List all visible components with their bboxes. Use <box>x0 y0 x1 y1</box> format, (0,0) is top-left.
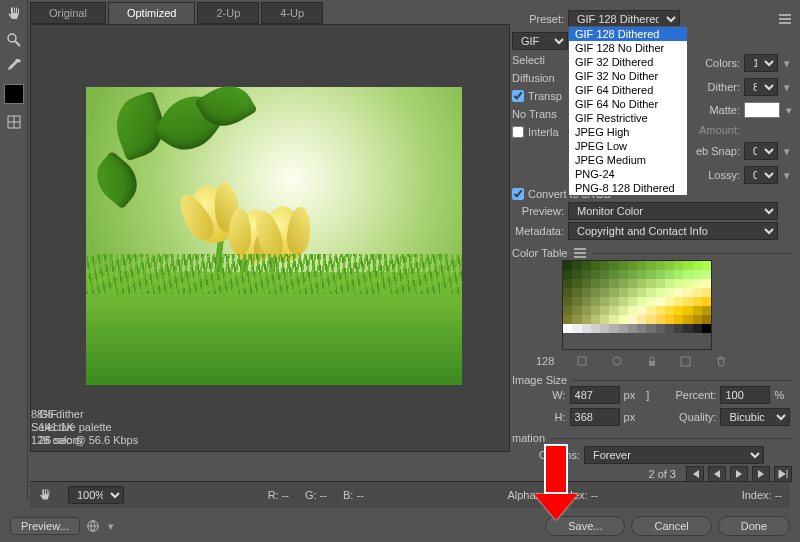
slice-visibility-tool[interactable] <box>2 110 26 134</box>
color-swatch[interactable] <box>646 270 655 279</box>
color-swatch[interactable] <box>572 306 581 315</box>
color-swatch[interactable] <box>600 297 609 306</box>
color-swatch[interactable] <box>637 261 646 270</box>
color-swatch[interactable] <box>665 261 674 270</box>
transparency-checkbox[interactable] <box>512 90 524 102</box>
tab-4up[interactable]: 4-Up <box>261 2 323 24</box>
percent-input[interactable] <box>720 386 770 404</box>
browser-preview-icon[interactable] <box>86 519 100 533</box>
color-swatch[interactable] <box>600 315 609 324</box>
color-table-grid[interactable] <box>562 260 712 350</box>
color-swatch[interactable] <box>563 261 572 270</box>
format-select[interactable]: GIF <box>512 32 568 50</box>
color-swatch[interactable] <box>628 297 637 306</box>
color-swatch[interactable] <box>693 288 702 297</box>
color-swatch[interactable] <box>609 297 618 306</box>
color-swatch[interactable] <box>582 288 591 297</box>
color-swatch[interactable] <box>674 315 683 324</box>
color-swatch[interactable] <box>572 279 581 288</box>
color-swatch[interactable] <box>563 324 572 333</box>
color-swatch[interactable] <box>646 261 655 270</box>
color-swatch[interactable] <box>665 306 674 315</box>
color-swatch[interactable] <box>609 315 618 324</box>
color-swatch[interactable] <box>674 306 683 315</box>
color-swatch[interactable] <box>619 288 628 297</box>
preset-option[interactable]: GIF 32 Dithered <box>569 55 687 69</box>
color-swatch[interactable] <box>572 315 581 324</box>
color-swatch[interactable] <box>591 297 600 306</box>
color-swatch[interactable] <box>646 315 655 324</box>
preset-option[interactable]: GIF Restrictive <box>569 111 687 125</box>
color-swatch[interactable] <box>674 270 683 279</box>
link-icon[interactable]: ] <box>641 389 655 401</box>
color-swatch[interactable] <box>572 270 581 279</box>
cancel-button[interactable]: Cancel <box>631 516 711 536</box>
color-swatch[interactable] <box>572 324 581 333</box>
color-swatch[interactable] <box>674 297 683 306</box>
matte-swatch[interactable] <box>744 102 780 118</box>
color-swatch[interactable] <box>619 324 628 333</box>
color-swatch[interactable] <box>637 306 646 315</box>
color-swatch[interactable] <box>646 288 655 297</box>
color-swatch[interactable] <box>628 315 637 324</box>
color-swatch[interactable] <box>572 261 581 270</box>
color-swatch[interactable] <box>683 324 692 333</box>
preset-option[interactable]: JPEG High <box>569 125 687 139</box>
color-swatch[interactable] <box>582 315 591 324</box>
color-swatch[interactable] <box>693 297 702 306</box>
color-swatch[interactable] <box>563 297 572 306</box>
color-swatch[interactable] <box>563 279 572 288</box>
color-swatch[interactable] <box>628 279 637 288</box>
hand-icon[interactable] <box>38 488 52 502</box>
preset-option[interactable]: JPEG Low <box>569 139 687 153</box>
color-swatch[interactable] <box>582 261 591 270</box>
color-swatch[interactable] <box>702 315 711 324</box>
lossy-select[interactable]: 0 <box>744 166 778 184</box>
color-swatch[interactable] <box>637 297 646 306</box>
width-input[interactable] <box>570 386 620 404</box>
lock-icon[interactable] <box>645 354 659 368</box>
color-swatch[interactable] <box>693 315 702 324</box>
convert-srgb-checkbox[interactable] <box>512 188 524 200</box>
color-swatch[interactable] <box>591 261 600 270</box>
height-input[interactable] <box>570 408 620 426</box>
panel-menu-icon[interactable] <box>573 246 587 260</box>
prev-frame-button[interactable] <box>708 466 726 482</box>
color-swatch[interactable] <box>628 324 637 333</box>
color-swatch[interactable] <box>609 324 618 333</box>
color-swatch[interactable] <box>656 324 665 333</box>
color-swatch[interactable] <box>665 270 674 279</box>
color-swatch[interactable] <box>600 279 609 288</box>
color-swatch[interactable] <box>646 297 655 306</box>
color-swatch[interactable] <box>563 288 572 297</box>
trash-icon[interactable] <box>714 354 728 368</box>
image-canvas[interactable] <box>86 87 462 385</box>
color-swatch[interactable] <box>656 306 665 315</box>
color-swatch[interactable] <box>656 270 665 279</box>
color-swatch[interactable] <box>619 315 628 324</box>
color-swatch[interactable] <box>656 297 665 306</box>
color-swatch[interactable] <box>637 288 646 297</box>
tab-optimized[interactable]: Optimized <box>108 2 196 24</box>
color-swatch[interactable] <box>674 324 683 333</box>
websnap-select[interactable]: 0% <box>744 142 778 160</box>
color-swatch[interactable] <box>600 306 609 315</box>
color-swatch[interactable] <box>591 279 600 288</box>
color-swatch[interactable] <box>702 324 711 333</box>
color-swatch[interactable] <box>683 270 692 279</box>
color-swatch[interactable] <box>609 270 618 279</box>
preset-option[interactable]: GIF 32 No Dither <box>569 69 687 83</box>
color-swatch[interactable] <box>582 324 591 333</box>
color-swatch[interactable] <box>693 261 702 270</box>
color-swatch[interactable] <box>619 261 628 270</box>
color-swatch[interactable] <box>702 279 711 288</box>
color-swatch[interactable] <box>619 270 628 279</box>
new-color-icon[interactable] <box>679 354 693 368</box>
color-swatch[interactable] <box>693 279 702 288</box>
snap-icon[interactable] <box>575 354 589 368</box>
color-swatch[interactable] <box>656 261 665 270</box>
color-swatch[interactable] <box>683 261 692 270</box>
color-swatch[interactable] <box>609 261 618 270</box>
color-swatch[interactable] <box>674 288 683 297</box>
color-swatch[interactable] <box>665 279 674 288</box>
